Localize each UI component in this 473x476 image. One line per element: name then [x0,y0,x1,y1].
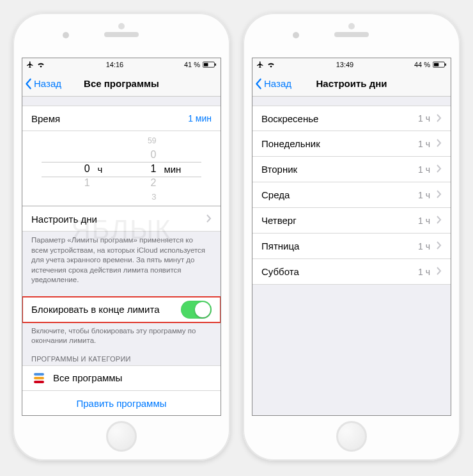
day-name: Среда [261,189,290,200]
svg-rect-5 [445,63,446,65]
day-row[interactable]: Четверг1 ч [252,208,451,234]
day-name: Пятница [261,241,299,251]
day-value: 1 ч [418,241,430,251]
front-camera [63,32,69,38]
proximity-sensor [118,23,125,29]
svg-rect-4 [434,63,439,67]
chevron-right-icon [437,164,442,175]
customize-days-row[interactable]: Настроить дни [22,206,221,232]
block-at-limit-label: Блокировать в конце лимита [31,304,160,315]
chevron-right-icon [437,113,442,124]
battery-percent: 41 % [184,61,200,68]
screen-left: ЯБЛЫК 14:16 41 % Назад [22,58,221,416]
days-list: Воскресенье1 чПонедельник1 чВторник1 чСр… [252,106,451,285]
day-row[interactable]: Воскресенье1 ч [252,106,451,131]
nav-bar: Назад Все программы [22,71,221,97]
back-button[interactable]: Назад [252,78,291,90]
day-value: 1 ч [418,113,430,123]
earpiece-speaker [334,32,369,37]
time-row-value: 1 мин [188,113,212,123]
wifi-icon [267,61,275,68]
wifi-icon [36,61,45,68]
day-row[interactable]: Понедельник1 ч [252,131,451,157]
block-at-limit-row[interactable]: Блокировать в конце лимита [22,297,221,322]
day-name: Понедельник [261,138,320,149]
chevron-left-icon [255,78,263,90]
all-apps-row[interactable]: Все программы [22,365,221,391]
day-value: 1 ч [418,164,430,175]
chevron-right-icon [437,189,442,200]
time-picker[interactable]: · · 0 1 · ч 59 0 1 2 [22,131,221,206]
block-help-text: Включите, чтобы блокировать эту программ… [22,322,221,346]
chevron-right-icon [437,266,442,277]
proximity-sensor [348,23,355,29]
home-button[interactable] [106,421,137,452]
svg-rect-1 [204,63,208,67]
apps-categories-header: ПРОГРАММЫ И КАТЕГОРИИ [22,346,221,365]
edit-apps-button[interactable]: Править программы [22,391,221,416]
day-value: 1 ч [418,139,430,149]
day-name: Воскресенье [261,113,318,124]
status-time: 14:16 [106,61,124,68]
chevron-left-icon [25,78,33,90]
battery-icon [433,61,447,68]
day-row[interactable]: Среда1 ч [252,182,451,208]
home-button[interactable] [336,421,367,452]
edit-apps-label: Править программы [76,398,166,409]
day-value: 1 ч [418,216,430,226]
day-row[interactable]: Суббота1 ч [252,259,451,285]
battery-percent: 44 % [414,61,430,68]
time-row-label: Время [31,113,60,124]
block-at-limit-toggle[interactable] [181,301,212,319]
front-camera [293,32,299,38]
chevron-right-icon [437,215,442,226]
day-value: 1 ч [418,190,430,200]
status-bar: 14:16 41 % [22,58,221,71]
customize-days-label: Настроить дни [31,214,97,225]
day-row[interactable]: Пятница1 ч [252,234,451,259]
all-apps-label: Все программы [53,372,122,383]
back-label: Назад [34,78,61,89]
chevron-right-icon [206,214,212,225]
day-value: 1 ч [418,267,430,277]
chevron-right-icon [437,138,442,149]
phone-left: ЯБЛЫК 14:16 41 % Назад [13,13,230,461]
airplane-mode-icon [26,61,34,68]
day-name: Суббота [261,266,299,277]
all-apps-icon [31,370,47,386]
airplane-mode-icon [256,61,264,68]
chevron-right-icon [437,241,442,251]
earpiece-speaker [104,32,139,37]
phone-right: 13:49 44 % Назад Настроить дни Воскресен… [243,13,460,461]
day-row[interactable]: Вторник1 ч [252,157,451,182]
screen-right: 13:49 44 % Назад Настроить дни Воскресен… [252,58,451,416]
status-time: 13:49 [336,61,354,68]
time-row[interactable]: Время 1 мин [22,106,221,131]
day-name: Четверг [261,215,297,226]
limits-help-text: Параметр «Лимиты программ» применяется к… [22,232,221,285]
status-bar: 13:49 44 % [252,58,451,71]
back-label: Назад [264,78,291,89]
battery-icon [203,61,217,68]
day-name: Вторник [261,164,297,175]
nav-bar: Назад Настроить дни [252,71,451,97]
svg-rect-2 [215,63,216,65]
back-button[interactable]: Назад [22,78,61,90]
